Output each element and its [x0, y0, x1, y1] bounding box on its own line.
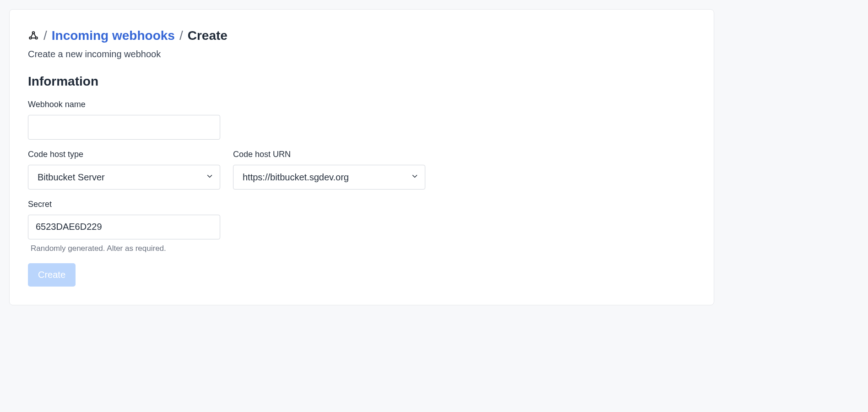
webhook-name-label: Webhook name [28, 100, 695, 109]
breadcrumb: / Incoming webhooks / Create [28, 28, 695, 43]
breadcrumb-current: Create [188, 28, 228, 43]
create-button[interactable]: Create [28, 263, 76, 287]
code-host-urn-select[interactable]: https://bitbucket.sgdev.org [233, 165, 425, 190]
code-host-type-select[interactable]: Bitbucket Server [28, 165, 220, 190]
breadcrumb-separator: / [179, 28, 183, 43]
form-group-secret: Secret Randomly generated. Alter as requ… [28, 200, 695, 253]
code-host-type-label: Code host type [28, 150, 220, 159]
webhook-icon [28, 30, 39, 41]
webhook-name-input[interactable] [28, 115, 220, 140]
breadcrumb-link-incoming-webhooks[interactable]: Incoming webhooks [52, 28, 175, 43]
create-webhook-panel: / Incoming webhooks / Create Create a ne… [9, 9, 714, 305]
secret-input[interactable] [28, 215, 220, 239]
form-group-code-host-urn: Code host URN https://bitbucket.sgdev.or… [233, 150, 425, 190]
breadcrumb-separator: / [43, 28, 47, 43]
code-host-urn-label: Code host URN [233, 150, 425, 159]
section-heading-information: Information [28, 74, 695, 89]
secret-label: Secret [28, 200, 695, 209]
secret-help-text: Randomly generated. Alter as required. [31, 244, 695, 253]
form-group-webhook-name: Webhook name [28, 100, 695, 140]
form-group-code-host-type: Code host type Bitbucket Server [28, 150, 220, 190]
page-subtitle: Create a new incoming webhook [28, 49, 695, 60]
